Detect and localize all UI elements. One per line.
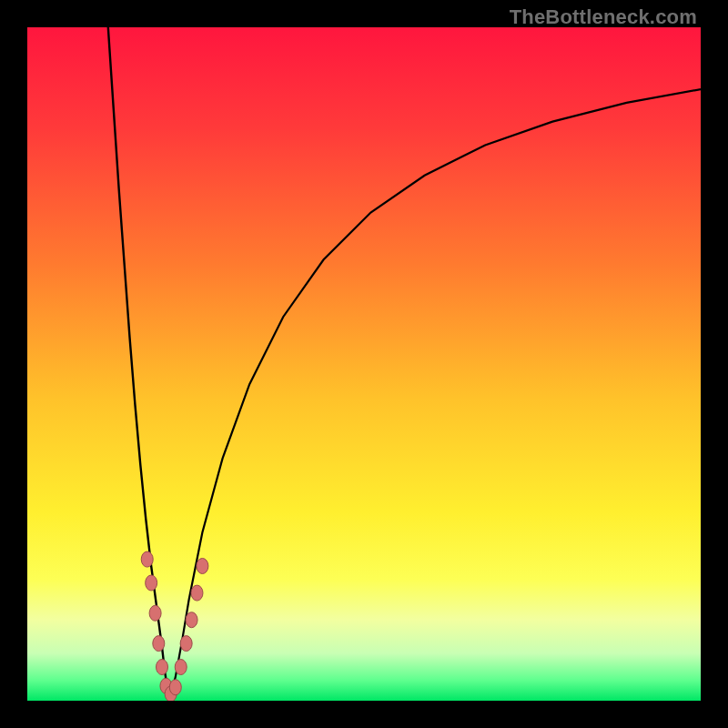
curve-right-branch <box>168 89 701 701</box>
marker-dot <box>169 680 181 695</box>
marker-dot <box>146 575 157 591</box>
marker-dot <box>197 559 208 574</box>
marker-dot <box>186 612 197 628</box>
curve-left-branch <box>108 27 169 701</box>
plot-area <box>27 27 701 701</box>
marker-dot <box>157 660 168 675</box>
marker-dot <box>191 585 203 601</box>
marker-dot <box>175 660 187 675</box>
chart-frame: TheBottleneck.com <box>0 0 728 728</box>
marker-dot <box>149 605 161 621</box>
marker-dot <box>141 551 153 567</box>
bottleneck-curve <box>27 27 701 701</box>
marker-dot <box>153 636 165 652</box>
watermark-text: TheBottleneck.com <box>510 5 697 29</box>
marker-dot <box>180 636 192 652</box>
